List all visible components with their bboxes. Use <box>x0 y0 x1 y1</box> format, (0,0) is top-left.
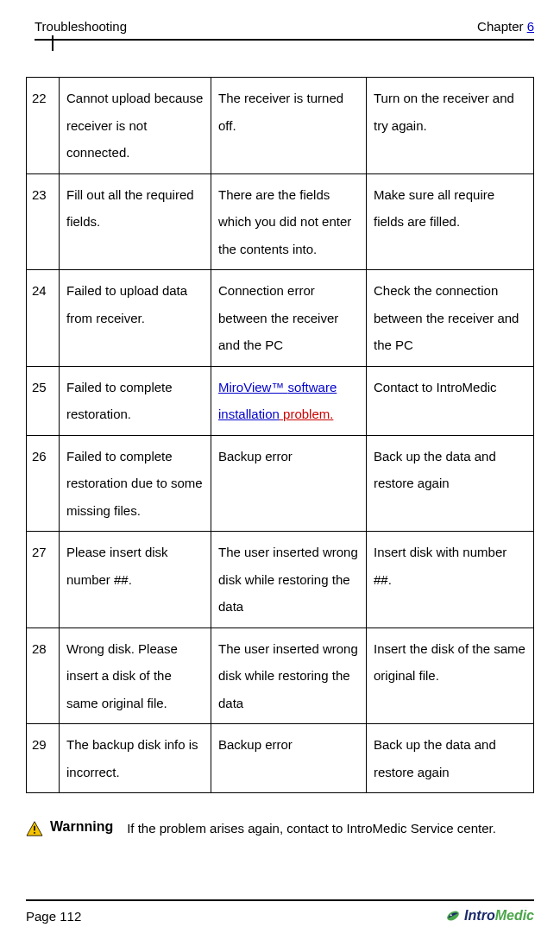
logo-text-intro: Intro <box>464 908 495 923</box>
row-cause: MiroView™ software installation problem. <box>211 366 367 435</box>
row-number: 29 <box>27 724 60 793</box>
logo-text-medic: Medic <box>495 908 534 923</box>
chapter-label: Chapter <box>477 19 527 34</box>
row-action: Check the connection between the receive… <box>367 270 534 367</box>
brand-logo: IntroMedic <box>445 908 534 924</box>
table-row: 22 Cannot upload because receiver is not… <box>27 78 534 174</box>
warning-icon <box>26 821 43 836</box>
table-row: 28 Wrong disk. Please insert a disk of t… <box>27 628 534 724</box>
table-row: 24 Failed to upload data from receiver. … <box>27 270 534 367</box>
row-message: Failed to complete restoration due to so… <box>60 435 211 532</box>
warning-block: Warnning If the problem arises again, co… <box>26 819 534 837</box>
row-number: 26 <box>27 435 60 532</box>
row-message: Cannot upload because receiver is not co… <box>60 78 211 174</box>
row-cause: There are the fields which you did not e… <box>211 173 367 270</box>
row-message: Please insert disk number ##. <box>60 532 211 628</box>
row-cause: The user inserted wrong disk while resto… <box>211 532 367 628</box>
header-chapter: Chapter 6 <box>477 19 534 34</box>
row-action: Make sure all require fields are filled. <box>367 173 534 270</box>
warning-text: If the problem arises again, contact to … <box>127 819 534 837</box>
header-section-title: Troubleshooting <box>35 19 127 34</box>
row-action: Turn on the receiver and try again. <box>367 78 534 174</box>
row-action: Back up the data and restore again <box>367 724 534 793</box>
table-row: 25 Failed to complete restoration. MiroV… <box>27 366 534 435</box>
row-cause: Backup error <box>211 724 367 793</box>
row-number: 28 <box>27 628 60 724</box>
row-message: Failed to upload data from receiver. <box>60 270 211 367</box>
row-action: Back up the data and restore again <box>367 435 534 532</box>
row-cause: Connection error between the receiver an… <box>211 270 367 367</box>
row-action: Contact to IntroMedic <box>367 366 534 435</box>
row-action: Insert the disk of the same original fil… <box>367 628 534 724</box>
warning-label: Warnning <box>50 819 113 835</box>
row-number: 23 <box>27 173 60 270</box>
page-number: Page 112 <box>26 909 81 924</box>
row-number: 25 <box>27 366 60 435</box>
page-footer: Page 112 IntroMedic <box>26 899 534 924</box>
table-row: 23 Fill out all the required fields. The… <box>27 173 534 270</box>
svg-rect-2 <box>34 832 35 834</box>
row-message: The backup disk info is incorrect. <box>60 724 211 793</box>
row-message: Failed to complete restoration. <box>60 366 211 435</box>
row-number: 27 <box>27 532 60 628</box>
table-row: 29 The backup disk info is incorrect. Ba… <box>27 724 534 793</box>
table-row: 27 Please insert disk number ##. The use… <box>27 532 534 628</box>
row-action: Insert disk with number ##. <box>367 532 534 628</box>
row-cause: The receiver is turned off. <box>211 78 367 174</box>
table-row: 26 Failed to complete restoration due to… <box>27 435 534 532</box>
chapter-link[interactable]: 6 <box>527 19 534 34</box>
row-number: 24 <box>27 270 60 367</box>
header-tick <box>52 35 53 51</box>
pill-icon <box>445 908 461 924</box>
troubleshooting-table: 22 Cannot upload because receiver is not… <box>26 77 534 793</box>
row-cause: Backup error <box>211 435 367 532</box>
svg-rect-1 <box>34 826 35 831</box>
row-number: 22 <box>27 78 60 174</box>
cause-link-red[interactable]: problem. <box>280 407 334 421</box>
row-message: Wrong disk. Please insert a disk of the … <box>60 628 211 724</box>
svg-point-4 <box>450 914 452 916</box>
row-cause: The user inserted wrong disk while resto… <box>211 628 367 724</box>
row-message: Fill out all the required fields. <box>60 173 211 270</box>
page-header: Troubleshooting Chapter 6 <box>35 19 534 41</box>
